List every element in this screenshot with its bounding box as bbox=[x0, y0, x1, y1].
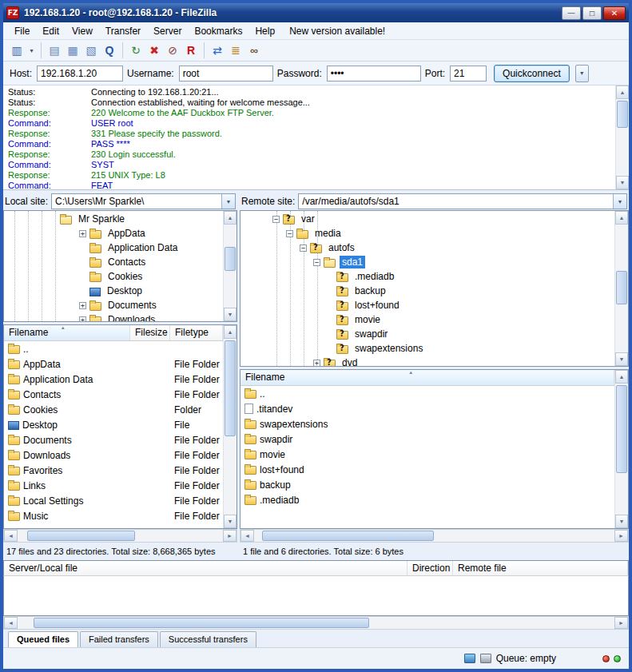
toggle-local-tree-icon[interactable]: ▦ bbox=[64, 42, 81, 59]
host-input[interactable] bbox=[37, 66, 123, 82]
scroll-up-button[interactable] bbox=[224, 211, 237, 225]
expand-icon[interactable] bbox=[79, 230, 86, 237]
scrollbar-thumb[interactable] bbox=[225, 340, 236, 436]
tree-item[interactable]: lost+found bbox=[240, 298, 614, 312]
scroll-down-button[interactable] bbox=[224, 308, 237, 321]
file-row[interactable]: CookiesFolder bbox=[4, 402, 223, 417]
scroll-right-button[interactable] bbox=[614, 530, 628, 542]
tab-successful-transfers[interactable]: Successful transfers bbox=[160, 631, 256, 647]
tree-item[interactable]: Application Data bbox=[4, 241, 223, 255]
scrollbar-thumb[interactable] bbox=[34, 618, 369, 628]
column-header-direction[interactable]: Direction bbox=[407, 561, 453, 575]
cancel-icon[interactable]: ✖ bbox=[145, 42, 163, 59]
disconnect-icon[interactable]: ⊘ bbox=[164, 42, 181, 59]
collapse-icon[interactable] bbox=[300, 245, 307, 252]
remote-list-vertical-scrollbar[interactable] bbox=[614, 370, 628, 528]
file-row[interactable]: .. bbox=[240, 386, 614, 401]
scroll-down-button[interactable] bbox=[615, 352, 628, 366]
find-files-icon[interactable]: ∞ bbox=[245, 42, 263, 59]
remote-horizontal-scrollbar[interactable] bbox=[240, 529, 629, 543]
directory-comparison-icon[interactable]: ⇄ bbox=[209, 42, 226, 59]
column-header-filename[interactable]: Filename bbox=[4, 325, 130, 340]
expand-icon[interactable] bbox=[313, 360, 320, 367]
scrollbar-thumb[interactable] bbox=[262, 531, 434, 541]
tree-item[interactable]: Cookies bbox=[4, 269, 223, 284]
scroll-down-button[interactable] bbox=[615, 515, 628, 528]
file-row[interactable]: Application DataFile Folder bbox=[4, 372, 223, 387]
scroll-up-button[interactable] bbox=[615, 370, 628, 384]
maximize-button[interactable] bbox=[582, 6, 602, 20]
queue-body[interactable] bbox=[3, 576, 629, 616]
scroll-down-button[interactable] bbox=[224, 515, 237, 528]
expand-icon[interactable] bbox=[79, 302, 86, 309]
port-input[interactable] bbox=[450, 66, 487, 82]
file-row[interactable]: Local SettingsFile Folder bbox=[4, 493, 223, 508]
scroll-left-button[interactable] bbox=[4, 617, 18, 629]
scrollbar-thumb[interactable] bbox=[616, 271, 627, 304]
tree-item[interactable]: autofs bbox=[240, 241, 614, 255]
tree-item[interactable]: movie bbox=[240, 312, 614, 327]
file-row[interactable]: MusicFile Folder bbox=[4, 508, 223, 523]
file-row[interactable]: swapextensions bbox=[240, 416, 614, 431]
quickconnect-button[interactable]: Quickconnect bbox=[494, 65, 570, 82]
collapse-icon[interactable] bbox=[272, 216, 280, 223]
tree-item[interactable]: media bbox=[240, 226, 614, 241]
tree-item[interactable]: .mediadb bbox=[240, 269, 614, 284]
menu-help[interactable]: Help bbox=[248, 23, 281, 39]
site-manager-icon[interactable]: ▥ bbox=[8, 42, 26, 59]
file-row[interactable]: swapdir bbox=[240, 431, 614, 447]
scroll-down-button[interactable] bbox=[616, 176, 629, 189]
column-header-server-local-file[interactable]: Server/Local file bbox=[4, 561, 407, 575]
sound-notification-icon[interactable] bbox=[480, 654, 491, 663]
toggle-message-log-icon[interactable]: ▤ bbox=[46, 42, 63, 59]
scroll-up-button[interactable] bbox=[616, 85, 629, 99]
file-row[interactable]: .mediadb bbox=[240, 492, 614, 507]
message-log[interactable]: Status:Connecting to 192.168.1.20:21... … bbox=[3, 85, 629, 190]
tree-item[interactable]: backup bbox=[240, 284, 614, 298]
reconnect-icon[interactable]: R bbox=[182, 42, 200, 59]
new-version-notice[interactable]: New version available! bbox=[281, 23, 393, 39]
local-tree-vertical-scrollbar[interactable] bbox=[223, 211, 237, 321]
scroll-right-button[interactable] bbox=[614, 617, 628, 629]
synchronized-browsing-icon[interactable]: ≣ bbox=[227, 42, 244, 59]
refresh-icon[interactable]: ↻ bbox=[127, 42, 145, 59]
column-header-remote-file[interactable]: Remote file bbox=[453, 561, 628, 575]
scroll-left-button[interactable] bbox=[4, 530, 18, 542]
remote-tree-vertical-scrollbar[interactable] bbox=[614, 211, 628, 366]
file-row[interactable]: .titandev bbox=[240, 401, 614, 416]
tree-item[interactable]: swapdir bbox=[240, 327, 614, 341]
username-input[interactable] bbox=[179, 66, 273, 82]
collapse-icon[interactable] bbox=[313, 259, 320, 266]
password-input[interactable] bbox=[327, 66, 421, 82]
collapse-icon[interactable] bbox=[286, 230, 293, 237]
scrollbar-thumb[interactable] bbox=[27, 531, 135, 541]
file-row[interactable]: lost+found bbox=[240, 462, 614, 477]
file-row[interactable]: backup bbox=[240, 477, 614, 492]
file-row[interactable]: AppDataFile Folder bbox=[4, 356, 223, 372]
tree-item[interactable]: Downloads bbox=[4, 312, 223, 321]
minimize-button[interactable] bbox=[562, 6, 581, 20]
scrollbar-thumb[interactable] bbox=[225, 247, 236, 271]
file-row[interactable]: DocumentsFile Folder bbox=[4, 432, 223, 447]
tree-item[interactable]: AppData bbox=[4, 226, 223, 241]
tree-item[interactable]: var bbox=[240, 212, 614, 226]
connected-icon[interactable] bbox=[464, 654, 475, 663]
column-header-filesize[interactable]: Filesize bbox=[130, 325, 170, 340]
file-row[interactable]: LinksFile Folder bbox=[4, 478, 223, 493]
local-horizontal-scrollbar[interactable] bbox=[3, 529, 237, 543]
close-button[interactable] bbox=[603, 6, 626, 20]
file-row[interactable]: ContactsFile Folder bbox=[4, 387, 223, 402]
remote-site-combo[interactable]: /var/media/autofs/sda1 bbox=[298, 193, 627, 209]
menu-bookmarks[interactable]: Bookmarks bbox=[188, 23, 248, 39]
column-header-filetype[interactable]: Filetype bbox=[170, 325, 223, 340]
file-row[interactable]: movie bbox=[240, 447, 614, 462]
menu-server[interactable]: Server bbox=[147, 23, 188, 39]
local-site-combo[interactable]: C:\Users\Mr Sparkle\ bbox=[51, 193, 236, 209]
tree-item[interactable]: Documents bbox=[4, 298, 223, 312]
scrollbar-thumb[interactable] bbox=[616, 385, 627, 473]
site-manager-dropdown-icon[interactable] bbox=[26, 42, 37, 59]
tab-failed-transfers[interactable]: Failed transfers bbox=[80, 631, 158, 647]
scrollbar-thumb[interactable] bbox=[617, 101, 628, 128]
scroll-up-button[interactable] bbox=[615, 211, 628, 225]
menu-file[interactable]: File bbox=[8, 23, 36, 39]
